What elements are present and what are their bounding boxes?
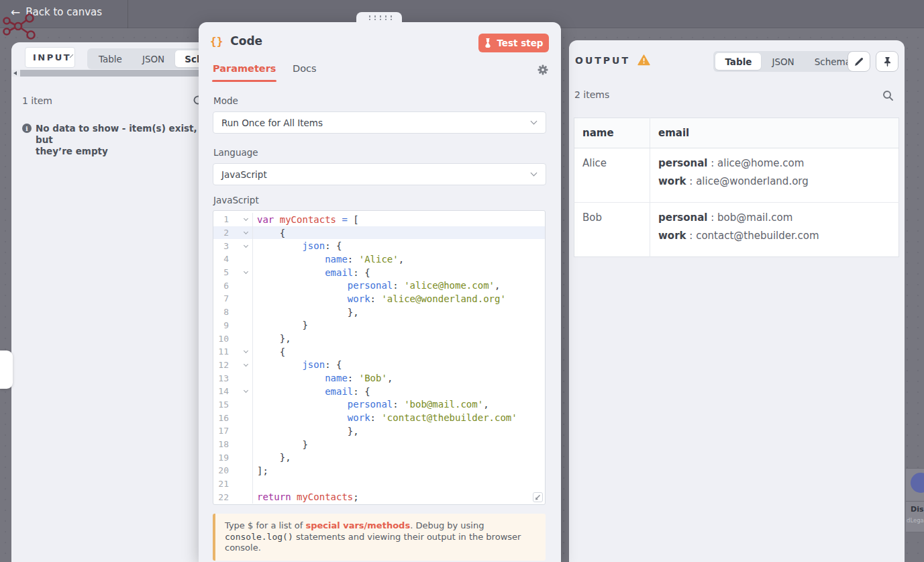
code-line-content: } <box>253 320 308 330</box>
editor-resize-handle[interactable] <box>533 492 543 502</box>
fold-toggle[interactable] <box>229 350 252 353</box>
tab-docs[interactable]: Docs <box>293 63 317 74</box>
avatar <box>911 473 924 493</box>
code-line[interactable]: 17}, <box>213 424 545 438</box>
output-panel-title: OUTPUT <box>575 55 630 66</box>
code-editor[interactable]: 1var myContacts = [2{3json: {4name: 'Ali… <box>213 210 546 505</box>
output-tab-json[interactable]: JSON <box>762 53 803 70</box>
code-line[interactable]: 22return myContacts; <box>213 490 545 504</box>
gear-icon[interactable] <box>537 64 548 75</box>
cell-email: personal : alice@home.comwork : alice@wo… <box>650 148 899 203</box>
line-number: 12 <box>213 360 229 370</box>
gutter-divider <box>252 477 253 491</box>
code-line[interactable]: 6personal: 'alice@home.com', <box>213 279 545 292</box>
table-row[interactable]: Alicepersonal : alice@home.comwork : ali… <box>574 148 899 203</box>
code-line[interactable]: 1var myContacts = [ <box>213 213 545 226</box>
code-line[interactable]: 20]; <box>213 464 545 477</box>
language-select[interactable]: JavaScript <box>213 163 546 185</box>
email-entry: work : alice@wonderland.org <box>658 175 890 187</box>
test-step-button[interactable]: Test step <box>478 34 549 52</box>
header-divider <box>127 0 128 28</box>
edit-output-button[interactable] <box>848 51 870 72</box>
code-line[interactable]: 16work: 'contact@thebuilder.com' <box>213 411 545 424</box>
mode-value: Run Once for All Items <box>221 118 323 128</box>
code-line[interactable]: 12json: { <box>213 359 545 372</box>
input-tab-json[interactable]: JSON <box>133 50 174 67</box>
tab-parameters[interactable]: Parameters <box>213 63 276 74</box>
code-line[interactable]: 18} <box>213 438 545 451</box>
line-number: 13 <box>213 373 229 383</box>
line-number: 16 <box>213 413 229 423</box>
pin-data-button[interactable] <box>876 51 899 72</box>
line-number: 7 <box>213 293 229 303</box>
code-line-content: }, <box>253 307 359 318</box>
code-line[interactable]: 3json: { <box>213 239 545 252</box>
editor-hint-callout: Type $ for a list of special vars/method… <box>213 514 546 561</box>
panel-collapse-handle[interactable] <box>0 350 13 389</box>
special-vars-link[interactable]: special vars/methods <box>305 520 410 530</box>
code-line-content: personal: 'alice@home.com', <box>253 280 500 291</box>
cell-email: personal : bob@mail.comwork : contact@th… <box>650 203 899 257</box>
code-line[interactable]: 9} <box>213 319 545 332</box>
fold-toggle[interactable] <box>229 218 252 220</box>
code-line-content: return myContacts; <box>253 491 359 502</box>
fold-toggle[interactable] <box>229 245 252 247</box>
input-source-dropdown[interactable]: INPUT <box>25 47 75 68</box>
output-tab-table[interactable]: Table <box>715 53 761 70</box>
mode-label: Mode <box>213 95 238 106</box>
fold-toggle[interactable] <box>229 232 252 234</box>
chevron-down-icon <box>244 348 248 353</box>
search-icon[interactable] <box>882 90 894 101</box>
line-number: 11 <box>213 346 229 357</box>
code-lines: 1var myContacts = [2{3json: {4name: 'Ali… <box>213 213 545 504</box>
empty-notice-line2: they’re empty <box>36 146 108 156</box>
code-line[interactable]: 8}, <box>213 306 545 319</box>
fold-toggle[interactable] <box>229 271 252 273</box>
line-number: 22 <box>213 492 229 502</box>
fold-toggle[interactable] <box>229 364 252 366</box>
code-line[interactable]: 10}, <box>213 332 545 345</box>
code-line[interactable]: 4name: 'Alice', <box>213 252 545 266</box>
code-line[interactable]: 13name: 'Bob', <box>213 371 545 385</box>
code-line-content: work: 'alice@wonderland.org' <box>253 293 506 304</box>
line-number: 6 <box>213 281 229 291</box>
chevron-down-icon <box>244 388 248 393</box>
background-card: Dis dLega <box>906 468 924 532</box>
code-line[interactable]: 2{ <box>213 226 545 240</box>
code-line-content: email: { <box>253 386 370 397</box>
code-line-content: { <box>253 346 285 357</box>
chevron-down-icon <box>531 118 537 125</box>
fold-toggle[interactable] <box>229 390 252 392</box>
code-line[interactable]: 7work: 'alice@wonderland.org' <box>213 292 545 306</box>
code-line-content: email: { <box>253 267 370 278</box>
code-line[interactable]: 11{ <box>213 345 545 359</box>
code-line[interactable]: 15personal: 'bob@mail.com', <box>213 398 545 412</box>
code-line[interactable]: 21 <box>213 477 545 491</box>
dialog-drag-handle[interactable] <box>356 12 402 22</box>
table-row[interactable]: Bobpersonal : bob@mail.comwork : contact… <box>574 203 899 257</box>
cell-name: Bob <box>574 203 650 257</box>
editor-label: JavaScript <box>213 195 259 205</box>
language-label: Language <box>213 147 258 158</box>
drag-dots-icon <box>366 14 392 20</box>
code-line[interactable]: 19}, <box>213 451 545 464</box>
code-line[interactable]: 14email: { <box>213 385 545 398</box>
line-number: 21 <box>213 479 229 489</box>
code-line-content: ]; <box>253 465 268 476</box>
output-col-name[interactable]: name <box>574 118 650 148</box>
line-number: 1 <box>213 214 229 224</box>
chevron-down-icon <box>244 269 248 274</box>
resize-arrow-icon <box>534 494 542 501</box>
output-col-email[interactable]: email <box>650 118 899 148</box>
chevron-down-icon <box>244 230 248 234</box>
line-number: 10 <box>213 334 229 344</box>
mode-select[interactable]: Run Once for All Items <box>213 111 546 134</box>
code-line[interactable]: 5email: { <box>213 266 545 279</box>
line-number: 18 <box>213 439 229 449</box>
code-line-content: name: 'Bob', <box>253 373 393 383</box>
scroll-left-arrow-icon[interactable] <box>13 71 17 75</box>
code-line-content: { <box>253 228 285 238</box>
chevron-down-icon <box>244 243 248 248</box>
input-panel-title: INPUT <box>33 52 71 62</box>
input-tab-table[interactable]: Table <box>89 50 132 67</box>
